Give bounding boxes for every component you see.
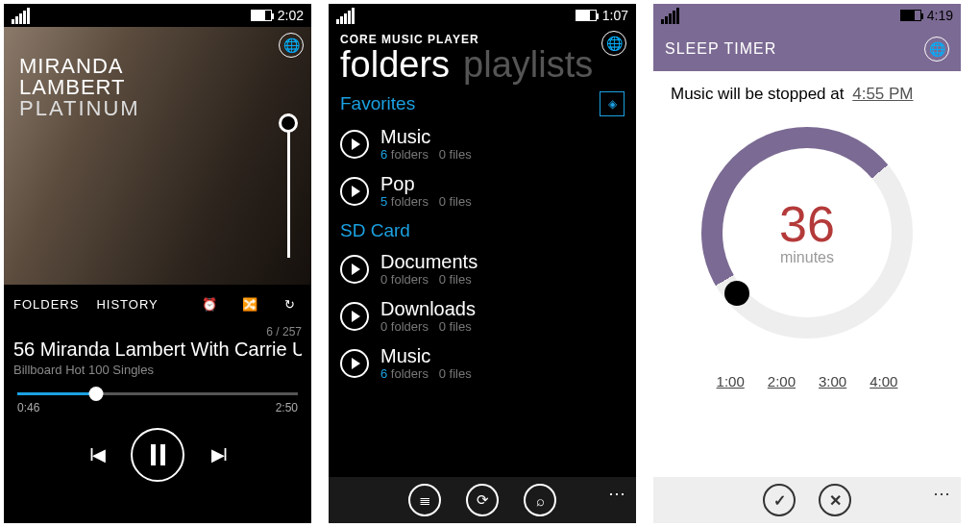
section-sdcard: SD Card [329, 214, 636, 245]
status-time: 4:19 [927, 8, 953, 23]
stop-time-value[interactable]: 4:55 PM [852, 85, 913, 103]
preset-4[interactable]: 4:00 [870, 373, 897, 389]
app-bar: ≣ ⟳ ⌕ ⋯ [329, 477, 636, 523]
progress-bar[interactable] [17, 392, 298, 395]
folder-sub: 0 folders 0 files [380, 272, 478, 287]
cancel-button[interactable]: ✕ [819, 484, 851, 516]
play-icon[interactable] [340, 177, 369, 206]
folder-name: Documents [380, 251, 478, 272]
folder-sub: 6 folders 0 files [380, 366, 472, 381]
folder-row[interactable]: Music 6 folders 0 files [329, 120, 636, 167]
album-art-area[interactable]: 🌐 MIRANDA LAMBERT PLATINUM [4, 27, 311, 285]
globe-icon[interactable]: 🌐 [924, 37, 949, 62]
page-title: SLEEP TIMER [665, 40, 776, 58]
progress-thumb[interactable] [88, 387, 103, 401]
time-elapsed: 0:46 [17, 401, 39, 414]
folder-row[interactable]: Pop 5 folders 0 files [329, 167, 636, 214]
section-title-label: Favorites [340, 93, 415, 114]
repeat-icon[interactable]: ↻ [279, 292, 302, 315]
preset-row: 1:00 2:00 3:00 4:00 [653, 373, 961, 389]
timer-dial[interactable]: 36 minutes [701, 127, 913, 339]
battery-icon [251, 10, 272, 21]
time-duration: 2:50 [276, 401, 298, 414]
album-name: PLATINUM [19, 98, 140, 119]
shuffle-icon[interactable]: 🔀 [238, 292, 261, 315]
folder-sub: 0 folders 0 files [380, 319, 476, 334]
folder-sub: 6 folders 0 files [380, 147, 472, 162]
play-icon[interactable] [340, 302, 369, 331]
progress-area: 0:46 2:50 [4, 379, 311, 418]
folder-name: Downloads [380, 298, 476, 319]
tab-history[interactable]: HISTORY [96, 297, 158, 312]
folder-name: Pop [380, 173, 472, 194]
signal-icon [661, 8, 679, 24]
list-icon[interactable]: ≣ [408, 484, 441, 516]
pivot-folders[interactable]: folders [340, 44, 450, 86]
volume-track[interactable] [287, 113, 290, 258]
confirm-button[interactable]: ✓ [763, 484, 796, 516]
status-bar: 2:02 [4, 4, 311, 27]
search-icon[interactable]: ⌕ [524, 484, 556, 516]
status-time: 2:02 [278, 8, 304, 23]
screen-now-playing: 2:02 🌐 MIRANDA LAMBERT PLATINUM FOLDERS … [4, 4, 311, 523]
track-title: 56 Miranda Lambert With Carrie Un [13, 339, 302, 361]
pivot-playlists[interactable]: playlists [463, 44, 593, 86]
folder-name: Music [380, 126, 472, 147]
dial-unit: minutes [780, 249, 834, 266]
track-counter: 6 / 257 [13, 325, 302, 339]
section-title-label: SD Card [340, 220, 410, 241]
more-icon[interactable]: ⋯ [608, 483, 626, 504]
track-meta: 6 / 257 56 Miranda Lambert With Carrie U… [4, 323, 311, 379]
tab-row: FOLDERS HISTORY ⏰ 🔀 ↻ [4, 285, 311, 323]
progress-fill [17, 392, 96, 395]
artist-line-1: MIRANDA [19, 56, 140, 77]
section-favorites: Favorites ◈ [329, 86, 636, 120]
pivot-tabs: folders playlists [340, 44, 625, 86]
screen-sleep-timer: 4:19 SLEEP TIMER 🌐 Music will be stopped… [653, 4, 961, 523]
folder-name: Music [380, 345, 472, 366]
folder-row[interactable]: Documents 0 folders 0 files [329, 245, 636, 292]
screen-folders: 1:07 🌐 CORE MUSIC PLAYER folders playlis… [329, 4, 636, 523]
dial-value: 36 [779, 199, 835, 249]
status-time: 1:07 [602, 8, 628, 23]
refresh-icon[interactable]: ⟳ [466, 484, 499, 516]
preset-3[interactable]: 3:00 [819, 373, 846, 389]
volume-thumb[interactable] [279, 113, 298, 133]
tab-folders[interactable]: FOLDERS [13, 297, 79, 312]
artist-line-2: LAMBERT [19, 77, 140, 98]
play-icon[interactable] [340, 349, 369, 378]
pin-icon[interactable]: ◈ [600, 91, 625, 116]
folder-row[interactable]: Music 6 folders 0 files [329, 339, 636, 387]
next-button[interactable]: ▶I [211, 444, 226, 465]
stop-prefix: Music will be stopped at [671, 85, 844, 103]
status-bar: 1:07 [329, 4, 636, 27]
globe-icon[interactable]: 🌐 [601, 31, 626, 56]
play-icon[interactable] [340, 255, 369, 284]
dial-knob[interactable] [724, 281, 749, 306]
battery-icon [900, 10, 921, 21]
battery-icon [576, 10, 597, 21]
playback-controls: I◀ ▶I [4, 428, 311, 482]
folder-row[interactable]: Downloads 0 folders 0 files [329, 292, 636, 339]
alarm-icon[interactable]: ⏰ [198, 292, 221, 315]
app-header: 🌐 CORE MUSIC PLAYER folders playlists [329, 27, 636, 86]
status-bar: 4:19 [653, 4, 961, 27]
signal-icon [336, 8, 355, 24]
signal-icon [12, 8, 30, 24]
page-header: SLEEP TIMER 🌐 [653, 27, 961, 71]
album-title-overlay: MIRANDA LAMBERT PLATINUM [19, 56, 140, 119]
globe-icon[interactable]: 🌐 [279, 33, 304, 58]
prev-button[interactable]: I◀ [89, 444, 104, 465]
preset-1[interactable]: 1:00 [717, 373, 745, 389]
app-bar: ✓ ✕ ⋯ [653, 477, 961, 523]
play-icon[interactable] [340, 130, 369, 159]
more-icon[interactable]: ⋯ [933, 483, 951, 504]
folder-sub: 5 folders 0 files [380, 194, 472, 209]
track-subtitle: Billboard Hot 100 Singles [13, 363, 302, 377]
pause-button[interactable] [131, 428, 184, 482]
stop-time-line: Music will be stopped at 4:55 PM [653, 71, 961, 117]
preset-2[interactable]: 2:00 [768, 373, 796, 389]
